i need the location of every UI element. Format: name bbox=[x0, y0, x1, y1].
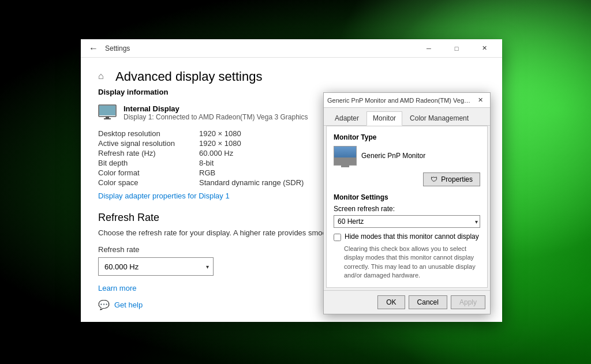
ok-label: OK bbox=[386, 298, 396, 306]
screen-refresh-dropdown-container: 60 Hertz75 Hertz120 Hertz ▾ bbox=[334, 215, 480, 228]
back-icon: ← bbox=[89, 43, 98, 54]
learn-more-link[interactable]: Learn more bbox=[98, 284, 136, 292]
dialog-content: Monitor Type Generic PnP Monitor 🛡 Prope… bbox=[326, 126, 488, 288]
svg-rect-2 bbox=[106, 117, 109, 118]
window-title: Settings bbox=[105, 44, 416, 52]
minimize-icon: ─ bbox=[427, 45, 431, 52]
monitor-icon bbox=[98, 104, 117, 121]
device-name: Internal Display bbox=[124, 104, 308, 113]
info-label: Color space bbox=[98, 178, 199, 187]
apply-label: Apply bbox=[459, 298, 477, 306]
refresh-rate-dropdown[interactable]: 60.000 Hz bbox=[98, 257, 214, 276]
cancel-label: Cancel bbox=[417, 298, 439, 306]
hide-modes-row: Hide modes that this monitor cannot disp… bbox=[334, 232, 480, 241]
info-value: 8-bit bbox=[199, 159, 214, 167]
maximize-icon: □ bbox=[455, 45, 459, 52]
monitor-type-row: Generic PnP Monitor bbox=[334, 146, 480, 166]
properties-label: Properties bbox=[441, 175, 473, 183]
apply-button[interactable]: Apply bbox=[451, 295, 485, 309]
tab-color-management[interactable]: Color Management bbox=[403, 111, 475, 125]
monitor-settings-title: Monitor Settings bbox=[334, 193, 480, 201]
info-label: Desktop resolution bbox=[98, 129, 199, 138]
screen-refresh-label: Screen refresh rate: bbox=[334, 205, 480, 213]
screen-refresh-dropdown[interactable]: 60 Hertz75 Hertz120 Hertz bbox=[334, 215, 480, 228]
get-help[interactable]: 💬 Get help bbox=[98, 299, 143, 310]
dialog-close-icon: ✕ bbox=[478, 96, 483, 104]
info-label: Active signal resolution bbox=[98, 139, 199, 148]
minimize-button[interactable]: ─ bbox=[416, 39, 442, 58]
info-value: Standard dynamic range (SDR) bbox=[199, 178, 304, 187]
tab-monitor-label: Monitor bbox=[373, 114, 396, 122]
tab-adapter[interactable]: Adapter bbox=[328, 111, 365, 125]
dialog-title: Generic PnP Monitor and AMD Radeon(TM) V… bbox=[327, 97, 474, 104]
dialog-window: Generic PnP Monitor and AMD Radeon(TM) V… bbox=[323, 92, 491, 314]
svg-rect-1 bbox=[99, 106, 115, 115]
home-icon[interactable]: ⌂ bbox=[98, 71, 110, 82]
refresh-rate-dropdown-container: 60.000 Hz ▾ bbox=[98, 257, 214, 276]
get-help-link[interactable]: Get help bbox=[114, 301, 143, 309]
page-header: ⌂ Advanced display settings bbox=[98, 69, 485, 84]
tab-adapter-label: Adapter bbox=[335, 114, 359, 122]
properties-button[interactable]: 🛡 Properties bbox=[423, 172, 480, 186]
hide-modes-desc: Clearing this check box allows you to se… bbox=[344, 245, 480, 280]
tab-monitor[interactable]: Monitor bbox=[366, 111, 402, 126]
maximize-button[interactable]: □ bbox=[443, 39, 470, 58]
info-value: 1920 × 1080 bbox=[199, 129, 241, 138]
monitor-type-section-title: Monitor Type bbox=[334, 133, 480, 141]
monitor-type-name: Generic PnP Monitor bbox=[361, 152, 425, 160]
ok-button[interactable]: OK bbox=[377, 295, 405, 309]
page-title: Advanced display settings bbox=[115, 69, 262, 84]
info-label: Bit depth bbox=[98, 159, 199, 167]
hide-modes-checkbox[interactable] bbox=[334, 234, 341, 241]
svg-rect-3 bbox=[104, 118, 111, 119]
dialog-tabs: Adapter Monitor Color Management bbox=[324, 108, 490, 126]
info-value: RGB bbox=[199, 168, 215, 177]
cancel-button[interactable]: Cancel bbox=[409, 295, 447, 309]
device-desc: Display 1: Connected to AMD Radeon(TM) V… bbox=[124, 113, 308, 121]
dialog-footer: OK Cancel Apply bbox=[324, 290, 490, 314]
title-bar-controls: ─ □ ✕ bbox=[416, 39, 498, 58]
tab-color-management-label: Color Management bbox=[410, 114, 469, 122]
adapter-properties-link[interactable]: Display adapter properties for Display 1 bbox=[98, 192, 230, 200]
dialog-title-bar: Generic PnP Monitor and AMD Radeon(TM) V… bbox=[324, 93, 490, 108]
close-button[interactable]: ✕ bbox=[471, 39, 498, 58]
info-value: 1920 × 1080 bbox=[199, 139, 241, 148]
close-icon: ✕ bbox=[482, 44, 487, 52]
monitor-thumbnail bbox=[334, 146, 357, 166]
display-device-info: Internal Display Display 1: Connected to… bbox=[124, 104, 308, 121]
info-value: 60.000 Hz bbox=[199, 149, 233, 157]
get-help-icon: 💬 bbox=[98, 299, 110, 310]
properties-icon: 🛡 bbox=[431, 175, 437, 183]
info-label: Color format bbox=[98, 168, 199, 177]
hide-modes-label: Hide modes that this monitor cannot disp… bbox=[345, 232, 479, 241]
dialog-close-button[interactable]: ✕ bbox=[474, 94, 487, 107]
title-bar: ← Settings ─ □ ✕ bbox=[81, 39, 502, 58]
monitor-settings-section: Monitor Settings Screen refresh rate: 60… bbox=[334, 193, 480, 280]
back-button[interactable]: ← bbox=[85, 40, 102, 57]
info-label: Refresh rate (Hz) bbox=[98, 149, 199, 157]
